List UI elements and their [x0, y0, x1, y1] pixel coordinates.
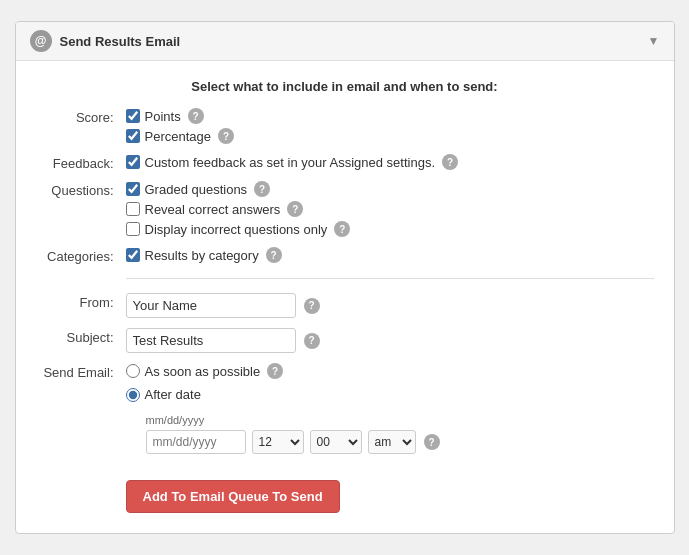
hour-select[interactable]: 12 1 2 3 4 5 6 7 8 9 10 11: [252, 430, 304, 454]
ampm-select[interactable]: am pm: [368, 430, 416, 454]
send-email-content: As soon as possible ? After date mm/dd/y…: [126, 363, 440, 454]
send-results-email-panel: @ Send Results Email ▼ Select what to in…: [15, 21, 675, 534]
feedback-content: Custom feedback as set in your Assigned …: [126, 154, 459, 170]
date-format-label: mm/dd/yyyy: [146, 414, 440, 426]
from-help-icon[interactable]: ?: [304, 298, 320, 314]
panel-body: Select what to include in email and when…: [16, 61, 674, 533]
panel-title: Send Results Email: [60, 34, 181, 49]
date-time-section: mm/dd/yyyy 12 1 2 3 4 5 6 7 8: [146, 414, 440, 454]
display-incorrect-checkbox[interactable]: [126, 222, 140, 236]
questions-label: Questions:: [36, 181, 126, 198]
percentage-row: Percentage ?: [126, 128, 235, 144]
minute-select[interactable]: 00 15 30 45: [310, 430, 362, 454]
results-by-category-label: Results by category: [145, 248, 259, 263]
percentage-help-icon[interactable]: ?: [218, 128, 234, 144]
panel-header: @ Send Results Email ▼: [16, 22, 674, 61]
questions-row: Questions: Graded questions ? Reveal cor…: [36, 181, 654, 237]
after-date-radio-row: After date: [126, 387, 440, 402]
graded-questions-label: Graded questions: [145, 182, 248, 197]
categories-label: Categories:: [36, 247, 126, 264]
points-row: Points ?: [126, 108, 235, 124]
results-by-category-row: Results by category ?: [126, 247, 282, 263]
datetime-help-icon[interactable]: ?: [424, 434, 440, 450]
divider: [126, 278, 654, 279]
date-time-row: 12 1 2 3 4 5 6 7 8 9 10 11: [146, 430, 440, 454]
from-input[interactable]: [126, 293, 296, 318]
asap-radio-row: As soon as possible ?: [126, 363, 440, 379]
reveal-answers-row: Reveal correct answers ?: [126, 201, 351, 217]
subject-label: Subject:: [36, 328, 126, 345]
from-row: From: ?: [36, 293, 654, 318]
from-label: From:: [36, 293, 126, 310]
feedback-row: Feedback: Custom feedback as set in your…: [36, 154, 654, 171]
send-email-label: Send Email:: [36, 363, 126, 380]
percentage-label: Percentage: [145, 129, 212, 144]
graded-questions-row: Graded questions ?: [126, 181, 351, 197]
feedback-label: Feedback:: [36, 154, 126, 171]
reveal-help-icon[interactable]: ?: [287, 201, 303, 217]
subject-input-row: ?: [126, 328, 320, 353]
asap-label: As soon as possible: [145, 364, 261, 379]
display-incorrect-row: Display incorrect questions only ?: [126, 221, 351, 237]
from-input-row: ?: [126, 293, 320, 318]
categories-content: Results by category ?: [126, 247, 282, 263]
subject-row: Subject: ?: [36, 328, 654, 353]
feedback-help-icon[interactable]: ?: [442, 154, 458, 170]
asap-radio[interactable]: [126, 364, 140, 378]
add-to-queue-button[interactable]: Add To Email Queue To Send: [126, 480, 340, 513]
graded-questions-checkbox[interactable]: [126, 182, 140, 196]
display-incorrect-help-icon[interactable]: ?: [334, 221, 350, 237]
at-icon: @: [30, 30, 52, 52]
section-heading: Select what to include in email and when…: [36, 79, 654, 94]
reveal-answers-checkbox[interactable]: [126, 202, 140, 216]
custom-feedback-label: Custom feedback as set in your Assigned …: [145, 155, 436, 170]
score-label: Score:: [36, 108, 126, 125]
after-date-radio[interactable]: [126, 388, 140, 402]
score-row: Score: Points ? Percentage ?: [36, 108, 654, 144]
graded-help-icon[interactable]: ?: [254, 181, 270, 197]
score-content: Points ? Percentage ?: [126, 108, 235, 144]
points-label: Points: [145, 109, 181, 124]
chevron-down-icon[interactable]: ▼: [648, 34, 660, 48]
subject-help-icon[interactable]: ?: [304, 333, 320, 349]
asap-help-icon[interactable]: ?: [267, 363, 283, 379]
panel-header-left: @ Send Results Email: [30, 30, 181, 52]
points-checkbox[interactable]: [126, 109, 140, 123]
results-by-category-checkbox[interactable]: [126, 248, 140, 262]
categories-row: Categories: Results by category ?: [36, 247, 654, 264]
custom-feedback-row: Custom feedback as set in your Assigned …: [126, 154, 459, 170]
subject-input[interactable]: [126, 328, 296, 353]
questions-content: Graded questions ? Reveal correct answer…: [126, 181, 351, 237]
reveal-answers-label: Reveal correct answers: [145, 202, 281, 217]
points-help-icon[interactable]: ?: [188, 108, 204, 124]
custom-feedback-checkbox[interactable]: [126, 155, 140, 169]
after-date-label: After date: [145, 387, 201, 402]
date-input[interactable]: [146, 430, 246, 454]
display-incorrect-label: Display incorrect questions only: [145, 222, 328, 237]
send-email-row: Send Email: As soon as possible ? After …: [36, 363, 654, 454]
percentage-checkbox[interactable]: [126, 129, 140, 143]
categories-help-icon[interactable]: ?: [266, 247, 282, 263]
